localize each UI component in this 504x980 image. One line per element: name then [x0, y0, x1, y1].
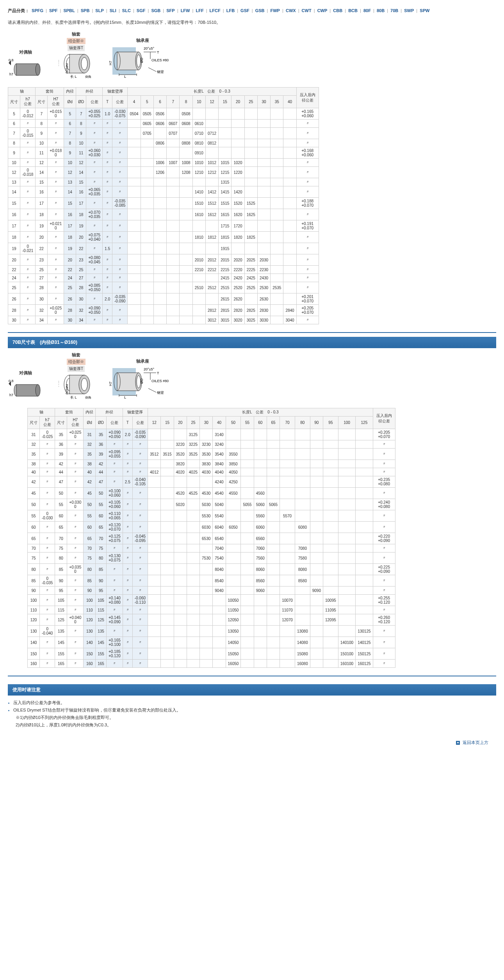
- category-link-spfg[interactable]: SPFG: [32, 8, 43, 13]
- category-label: 产品分类：: [8, 8, 29, 13]
- svg-text:长 L: 长 L: [70, 75, 77, 79]
- shaft-label: 对偶轴: [19, 49, 32, 55]
- back-to-top[interactable]: 返回本页上方: [8, 740, 496, 746]
- svg-text:T: T: [157, 50, 159, 54]
- svg-text:OILES #80: OILES #80: [151, 379, 169, 383]
- note-item: 2)内径Ø10以上，厚度1.0时的内外径倒角为C0.3。: [16, 722, 496, 728]
- category-link-lfcf[interactable]: LFCF: [210, 8, 221, 13]
- category-link-cwt[interactable]: CWT: [302, 8, 312, 13]
- svg-text:长 L: 长 L: [70, 395, 77, 399]
- svg-rect-28: [16, 384, 38, 396]
- instruction-text: 请从通用的内径、外径、长度中选择零件号。(例)内径15mm、长度10mm的情况下…: [8, 20, 496, 25]
- bushing-label: 轴套: [72, 352, 80, 358]
- category-link-fwp[interactable]: FWP: [271, 8, 280, 13]
- svg-point-29: [36, 384, 40, 396]
- category-nav: 产品分类： SPFG | SPF | SPBL | SPB | SLP | SL…: [8, 8, 496, 14]
- category-link-sli[interactable]: SLI: [110, 8, 116, 13]
- category-link-cwp[interactable]: CWP: [317, 8, 328, 13]
- svg-text:H7: H7: [109, 61, 112, 65]
- svg-text:0.8: 0.8: [9, 58, 14, 62]
- note-item: 压入后内径公差为参考值。: [13, 700, 496, 706]
- category-link-cwx[interactable]: CWX: [286, 8, 296, 13]
- bushing-label: 轴套: [72, 31, 80, 37]
- category-link-lfb[interactable]: LFB: [226, 8, 235, 13]
- housing-diagram-icon: H7 20°±5° T OILES #80 钢背 ØD L: [109, 44, 176, 79]
- svg-text:钢背: 钢背: [157, 391, 164, 395]
- svg-text:钢背: 钢背: [157, 70, 164, 74]
- category-link-sgb[interactable]: SGB: [151, 8, 160, 13]
- category-link-70b[interactable]: 70B: [390, 8, 398, 13]
- svg-text:20°±5°: 20°±5°: [144, 46, 155, 50]
- note-item: ※1)内径Ø10不到的内外径倒角去除毛刺程度即可。: [16, 715, 496, 721]
- svg-text:倒角: 倒角: [85, 75, 91, 79]
- category-link-sfp[interactable]: SFP: [166, 8, 175, 13]
- shaft-label: 对偶轴: [19, 370, 32, 376]
- diagram-row-2: 对偶轴 0.8 h7 轴套 结合部※ 轴套厚T 外径ØD 内径Ød 长 L 倒角…: [8, 352, 496, 400]
- svg-text:内径Ød: 内径Ød: [65, 63, 69, 74]
- category-link-gsb[interactable]: GSB: [255, 8, 265, 13]
- shaft-diagram-icon: 0.8 h7: [8, 377, 43, 400]
- category-link-swp[interactable]: SWP: [404, 8, 414, 13]
- svg-text:h7: h7: [9, 393, 13, 397]
- svg-text:0.8: 0.8: [9, 379, 14, 383]
- note-item: OILES Drymet ST结合部对于轴旋转没有影响，但尽量避免安装在负荷大的…: [13, 707, 496, 713]
- svg-text:L: L: [124, 75, 126, 79]
- diagram-row-1: 对偶轴 0.8 h7 轴套 结合部※ 轴套厚T 外径ØD 内径Ød 长 L 倒角…: [8, 31, 496, 79]
- category-link-lff[interactable]: LFF: [196, 8, 203, 13]
- category-link-slp[interactable]: SLP: [95, 8, 103, 13]
- category-link-sgf[interactable]: SGF: [137, 8, 146, 13]
- svg-text:T: T: [157, 371, 159, 375]
- category-link-slc[interactable]: SLC: [122, 8, 131, 13]
- spec-table-2: 轴套筒内径外径轴套壁厚长度L 公差 0 - 0.3压入后内径公差尺寸h7公差尺寸…: [27, 408, 395, 668]
- category-link-lfw[interactable]: LFW: [181, 8, 190, 13]
- svg-text:H7: H7: [109, 381, 112, 386]
- category-link-spbl[interactable]: SPBL: [63, 8, 75, 13]
- svg-text:20°±5°: 20°±5°: [144, 367, 155, 371]
- svg-text:倒角: 倒角: [85, 396, 91, 399]
- svg-text:外径ØD: 外径ØD: [59, 376, 59, 387]
- category-link-80f[interactable]: 80F: [363, 8, 371, 13]
- footer-label: 返回本页上方: [463, 740, 488, 745]
- fit-label: 结合部※: [67, 38, 85, 44]
- category-link-cbb[interactable]: CBB: [333, 8, 342, 13]
- svg-text:OILES #80: OILES #80: [151, 58, 169, 62]
- svg-rect-2: [16, 64, 38, 75]
- category-link-80b[interactable]: 80B: [377, 8, 385, 13]
- svg-text:ØD: ØD: [140, 378, 144, 384]
- notes-title: 使用时请注意: [8, 684, 496, 696]
- svg-point-9: [81, 57, 87, 70]
- bushing-diagram-icon: 外径ØD 内径Ød 长 L 倒角: [59, 373, 94, 400]
- category-link-bcb[interactable]: BCB: [348, 8, 358, 13]
- svg-text:内径Ød: 内径Ød: [65, 384, 69, 395]
- housing-label: 轴承座: [136, 38, 149, 43]
- category-link-spf[interactable]: SPF: [49, 8, 57, 13]
- svg-text:ØD: ØD: [140, 57, 144, 63]
- svg-text:L: L: [124, 395, 126, 399]
- arrow-up-icon: [456, 741, 460, 745]
- svg-text:外径ØD: 外径ØD: [59, 55, 59, 66]
- housing-diagram-icon: H7 20°±5° T OILES #80 钢背 ØD L: [109, 365, 176, 400]
- svg-text:h7: h7: [9, 72, 13, 76]
- housing-label: 轴承座: [136, 358, 149, 364]
- category-link-spw[interactable]: SPW: [420, 8, 429, 13]
- shaft-diagram-icon: 0.8 h7: [8, 56, 43, 79]
- category-link-spb[interactable]: SPB: [81, 8, 90, 13]
- svg-point-35: [81, 378, 87, 391]
- thickness-label: 轴套厚T: [68, 45, 85, 51]
- notes-list: 压入后内径公差为参考值。OILES Drymet ST结合部对于轴旋转没有影响，…: [8, 700, 496, 728]
- spec-table-1: 轴套筒内径外径轴套壁厚长度L 公差 0 - 0.3压入后内径公差尺寸h7公差尺寸…: [8, 87, 319, 324]
- section-title-2: 70B尺寸表 (内径Ø31～Ø160): [8, 337, 496, 348]
- thickness-label: 轴套厚T: [68, 366, 85, 372]
- bushing-diagram-icon: 外径ØD 内径Ød 长 L 倒角: [59, 52, 94, 79]
- svg-point-3: [36, 64, 40, 75]
- fit-label: 结合部※: [67, 359, 85, 365]
- category-link-gsf[interactable]: GSF: [240, 8, 249, 13]
